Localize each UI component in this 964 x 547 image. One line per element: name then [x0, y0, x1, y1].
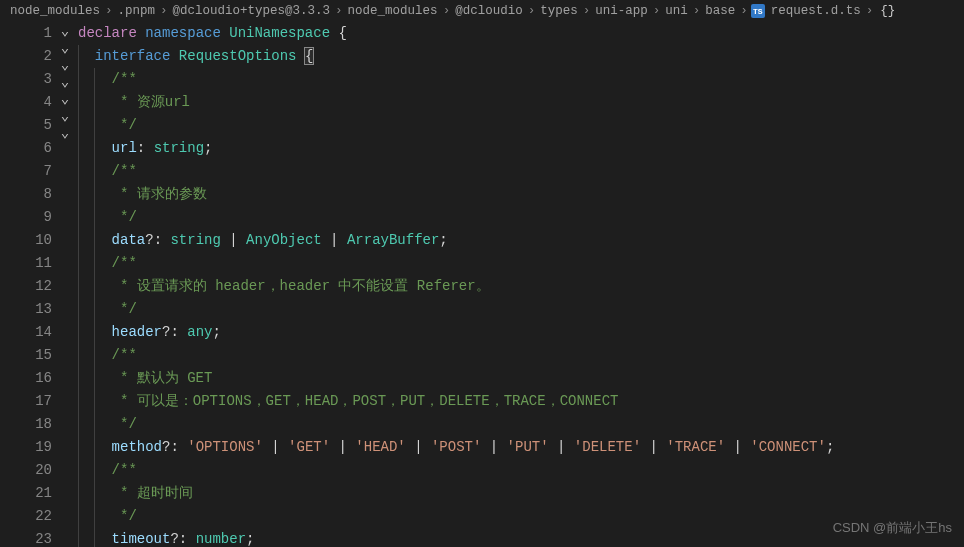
code-token: ? — [145, 232, 153, 248]
indent-guide — [78, 45, 79, 68]
breadcrumb-seg[interactable]: node_modules — [8, 4, 102, 18]
code-line[interactable]: url: string; — [78, 137, 964, 160]
code-line[interactable]: interface RequestOptions { — [78, 45, 964, 68]
code-line[interactable]: */ — [78, 298, 964, 321]
code-line[interactable]: */ — [78, 206, 964, 229]
code-area[interactable]: declare namespace UniNamespace { interfa… — [74, 22, 964, 547]
code-token — [137, 25, 145, 41]
breadcrumb-seg[interactable]: base — [703, 4, 737, 18]
fold-toggle-icon[interactable]: ⌄ — [61, 74, 69, 90]
breadcrumb-file[interactable]: request.d.ts — [769, 4, 863, 18]
code-line[interactable]: /** — [78, 344, 964, 367]
code-line[interactable]: * 请求的参数 — [78, 183, 964, 206]
indent-guide — [78, 298, 79, 321]
code-token: | — [725, 439, 750, 455]
fold-toggle-icon[interactable]: ⌄ — [61, 125, 69, 141]
chevron-right-icon: › — [105, 4, 113, 18]
line-number: 18 — [0, 413, 56, 436]
code-line[interactable]: /** — [78, 160, 964, 183]
typescript-file-icon: TS — [751, 4, 765, 18]
code-token: ; — [204, 140, 212, 156]
chevron-right-icon: › — [740, 4, 748, 18]
line-number: 11 — [0, 252, 56, 275]
code-line[interactable]: data?: string | AnyObject | ArrayBuffer; — [78, 229, 964, 252]
fold-toggle-icon[interactable]: ⌄ — [61, 57, 69, 73]
code-token: 'HEAD' — [355, 439, 405, 455]
code-token: ; — [826, 439, 834, 455]
indent-guide — [94, 298, 95, 321]
line-number-gutter: 1234567891011121314151617181920212223 — [0, 22, 56, 547]
code-token: */ — [112, 117, 137, 133]
code-line[interactable]: * 资源url — [78, 91, 964, 114]
breadcrumb-seg[interactable]: @dcloudio+types@3.3.3 — [171, 4, 333, 18]
line-number: 1 — [0, 22, 56, 45]
fold-toggle-icon[interactable]: ⌄ — [61, 108, 69, 124]
breadcrumb-seg[interactable]: types — [538, 4, 580, 18]
indent-guide — [78, 252, 79, 275]
code-line[interactable]: */ — [78, 114, 964, 137]
breadcrumb-seg[interactable]: node_modules — [346, 4, 440, 18]
indent-guide — [94, 321, 95, 344]
indent-guide — [94, 229, 95, 252]
code-token: interface — [95, 48, 171, 64]
code-line[interactable]: * 可以是：OPTIONS，GET，HEAD，POST，PUT，DELETE，T… — [78, 390, 964, 413]
code-token: 'TRACE' — [666, 439, 725, 455]
code-token: * 可以是：OPTIONS，GET，HEAD，POST，PUT，DELETE，T… — [112, 393, 619, 409]
breadcrumb-seg[interactable]: @dcloudio — [453, 4, 525, 18]
code-line[interactable]: method?: 'OPTIONS' | 'GET' | 'HEAD' | 'P… — [78, 436, 964, 459]
code-token: | — [263, 439, 288, 455]
indent-guide — [94, 367, 95, 390]
indent-guide — [78, 344, 79, 367]
indent-guide — [94, 275, 95, 298]
code-token: UniNamespace — [229, 25, 330, 41]
watermark-text: CSDN @前端小王hs — [833, 519, 952, 537]
code-token: : — [154, 232, 171, 248]
indent-guide — [78, 229, 79, 252]
line-number: 10 — [0, 229, 56, 252]
indent-guide — [78, 91, 79, 114]
code-editor[interactable]: 1234567891011121314151617181920212223 ⌄⌄… — [0, 22, 964, 547]
code-token: header — [112, 324, 162, 340]
indent-guide — [78, 183, 79, 206]
symbol-namespace-icon[interactable]: {} — [880, 4, 895, 18]
code-line[interactable]: */ — [78, 505, 964, 528]
indent-guide — [78, 275, 79, 298]
code-token: */ — [112, 508, 137, 524]
chevron-right-icon: › — [866, 4, 874, 18]
code-token: | — [221, 232, 246, 248]
code-line[interactable]: * 默认为 GET — [78, 367, 964, 390]
indent-guide — [94, 436, 95, 459]
code-token: : — [170, 439, 187, 455]
code-line[interactable]: */ — [78, 413, 964, 436]
fold-column: ⌄⌄⌄⌄⌄⌄⌄ — [56, 22, 74, 547]
fold-toggle-icon[interactable]: ⌄ — [61, 23, 69, 39]
code-token: ArrayBuffer — [347, 232, 439, 248]
code-token: | — [481, 439, 506, 455]
breadcrumb-seg[interactable]: uni-app — [593, 4, 650, 18]
chevron-right-icon: › — [443, 4, 451, 18]
indent-guide — [94, 505, 95, 528]
code-line[interactable]: header?: any; — [78, 321, 964, 344]
code-line[interactable]: declare namespace UniNamespace { — [78, 22, 964, 45]
indent-guide — [78, 459, 79, 482]
code-token: | — [641, 439, 666, 455]
code-token: /** — [112, 255, 137, 271]
breadcrumb-seg[interactable]: .pnpm — [116, 4, 158, 18]
indent-guide — [78, 321, 79, 344]
code-token: method — [112, 439, 162, 455]
fold-toggle-icon[interactable]: ⌄ — [61, 91, 69, 107]
indent-guide — [78, 528, 79, 547]
code-line[interactable]: /** — [78, 68, 964, 91]
breadcrumb-seg[interactable]: uni — [663, 4, 690, 18]
indent-guide — [94, 252, 95, 275]
code-line[interactable]: * 设置请求的 header，header 中不能设置 Referer。 — [78, 275, 964, 298]
code-token: string — [154, 140, 204, 156]
fold-toggle-icon[interactable]: ⌄ — [61, 40, 69, 56]
line-number: 22 — [0, 505, 56, 528]
code-token: url — [112, 140, 137, 156]
code-line[interactable]: timeout?: number; — [78, 528, 964, 547]
code-line[interactable]: * 超时时间 — [78, 482, 964, 505]
code-line[interactable]: /** — [78, 459, 964, 482]
code-token: declare — [78, 25, 137, 41]
code-line[interactable]: /** — [78, 252, 964, 275]
